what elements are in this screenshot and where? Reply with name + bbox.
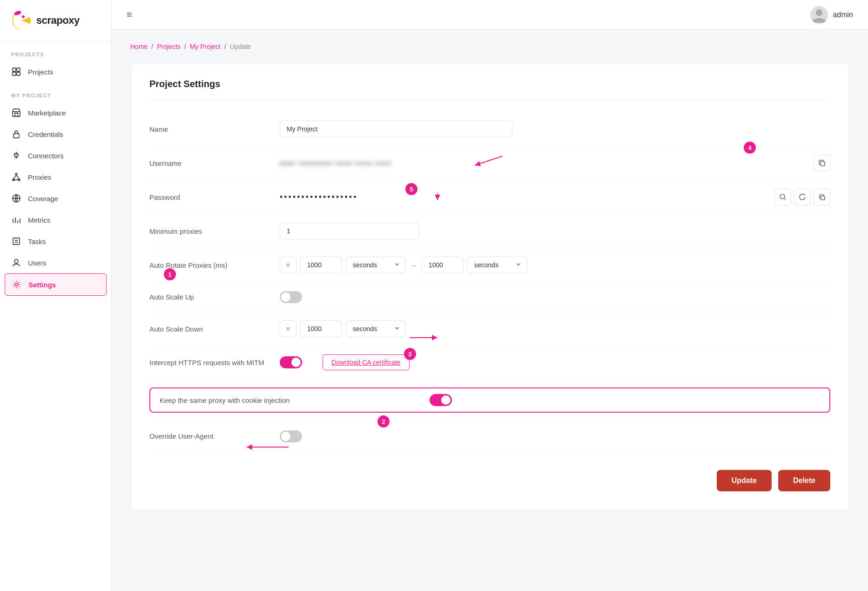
intercept-https-toggle[interactable] bbox=[280, 356, 302, 368]
sidebar-coverage-label: Coverage bbox=[28, 195, 58, 203]
store-icon bbox=[11, 108, 21, 118]
scale-down-value-input[interactable] bbox=[300, 320, 342, 337]
breadcrumb-current: Update bbox=[230, 43, 251, 50]
badge-5: 5 bbox=[405, 183, 417, 195]
menu-icon[interactable]: ≡ bbox=[127, 9, 132, 20]
override-user-agent-row: Override User-Agent bbox=[149, 421, 830, 451]
scale-down-clear-button[interactable]: ✕ bbox=[280, 320, 296, 337]
svg-rect-4 bbox=[17, 68, 20, 71]
svg-point-20 bbox=[780, 194, 785, 199]
person-icon bbox=[11, 258, 21, 268]
username-row: Username user-xxxxxxxx-xxxx-xxxx-xxxx 4 bbox=[149, 146, 830, 180]
username-label: Username bbox=[149, 159, 280, 167]
min-proxies-value bbox=[280, 223, 830, 239]
auto-rotate-controls: ✕ seconds milliseconds minutes – seconds… bbox=[280, 257, 830, 273]
copy-username-button[interactable] bbox=[814, 155, 830, 171]
badge-1: 1 bbox=[164, 268, 176, 280]
min-proxies-input[interactable] bbox=[280, 223, 419, 239]
plug-icon bbox=[11, 150, 21, 161]
sidebar-item-connectors[interactable]: Connectors bbox=[0, 145, 111, 166]
rotate-unit1-select[interactable]: seconds milliseconds minutes bbox=[346, 257, 406, 273]
search-password-button[interactable] bbox=[774, 189, 791, 205]
breadcrumb: Home / Projects / My Project / Update bbox=[130, 43, 849, 50]
topbar: ≡ admin bbox=[112, 0, 868, 30]
sidebar-projects-label: Projects bbox=[28, 68, 53, 76]
sidebar-item-metrics[interactable]: Metrics bbox=[0, 209, 111, 231]
password-value: •••••••••••••••••• bbox=[280, 189, 830, 205]
svg-rect-9 bbox=[14, 154, 18, 156]
auto-scale-down-row: Auto Scale Down ✕ seconds milliseconds m… bbox=[149, 312, 830, 346]
refresh-password-button[interactable] bbox=[794, 189, 811, 205]
sidebar-item-marketplace[interactable]: Marketplace bbox=[0, 102, 111, 123]
projects-section-label: PROJECTS bbox=[0, 41, 111, 61]
auto-scale-down-controls: ✕ seconds milliseconds minutes bbox=[280, 320, 830, 337]
sidebar-settings-label: Settings bbox=[28, 281, 56, 289]
chart-icon bbox=[11, 215, 21, 225]
min-proxies-row: Minimum proxies bbox=[149, 214, 830, 248]
breadcrumb-projects[interactable]: Projects bbox=[157, 43, 181, 50]
list-icon bbox=[11, 236, 21, 246]
settings-card: Project Settings Name Username user-xxxx… bbox=[130, 63, 849, 510]
override-user-agent-toggle[interactable] bbox=[280, 430, 302, 442]
sidebar-item-proxies[interactable]: Proxies bbox=[0, 166, 111, 188]
name-row: Name bbox=[149, 112, 830, 146]
copy-password-button[interactable] bbox=[814, 189, 830, 205]
username-value: user-xxxxxxxx-xxxx-xxxx-xxxx bbox=[280, 155, 830, 171]
svg-point-18 bbox=[816, 9, 822, 16]
sidebar-item-projects[interactable]: Projects bbox=[0, 61, 111, 82]
sidebar-tasks-label: Tasks bbox=[28, 238, 46, 245]
breadcrumb-home[interactable]: Home bbox=[130, 43, 148, 50]
svg-rect-8 bbox=[13, 134, 19, 138]
update-button[interactable]: Update bbox=[717, 470, 772, 491]
svg-rect-14 bbox=[13, 238, 20, 245]
password-label: Password bbox=[149, 193, 280, 201]
override-user-agent-value bbox=[280, 430, 830, 442]
delete-button[interactable]: Delete bbox=[778, 470, 830, 491]
name-value bbox=[280, 121, 830, 137]
name-label: Name bbox=[149, 125, 280, 133]
rotate-max-input[interactable] bbox=[422, 257, 464, 273]
svg-rect-21 bbox=[821, 196, 825, 200]
name-input[interactable] bbox=[280, 121, 512, 137]
svg-point-15 bbox=[14, 259, 18, 263]
sidebar-item-users[interactable]: Users bbox=[0, 252, 111, 273]
my-project-section-label: MY PROJECT bbox=[0, 82, 111, 102]
user-menu[interactable]: admin bbox=[810, 6, 853, 24]
auto-scale-up-value bbox=[280, 291, 830, 303]
badge-2: 2 bbox=[377, 415, 390, 428]
rotate-unit2-select[interactable]: seconds milliseconds minutes bbox=[467, 257, 527, 273]
intercept-https-row: Intercept HTTPS requests with MITM Downl… bbox=[149, 346, 830, 379]
sidebar-connectors-label: Connectors bbox=[28, 152, 64, 160]
sidebar-item-coverage[interactable]: Coverage bbox=[0, 188, 111, 209]
breadcrumb-my-project[interactable]: My Project bbox=[190, 43, 221, 50]
username-display: admin bbox=[833, 11, 853, 19]
auto-scale-down-label: Auto Scale Down bbox=[149, 325, 280, 333]
app-name: scrapoxy bbox=[36, 14, 80, 27]
ca-cert-link[interactable]: Download CA certificate bbox=[323, 354, 410, 370]
sidebar-metrics-label: Metrics bbox=[28, 216, 50, 224]
avatar bbox=[810, 6, 828, 24]
svg-rect-19 bbox=[821, 162, 825, 166]
rotate-clear-min-button[interactable]: ✕ bbox=[280, 257, 296, 273]
badge-4: 4 bbox=[744, 142, 756, 154]
sidebar-proxies-label: Proxies bbox=[28, 173, 51, 181]
scale-down-unit-select[interactable]: seconds milliseconds minutes bbox=[346, 320, 406, 337]
svg-rect-3 bbox=[13, 68, 16, 71]
sidebar-item-settings[interactable]: Settings bbox=[5, 273, 107, 296]
svg-point-16 bbox=[15, 283, 18, 286]
network-icon bbox=[11, 172, 21, 182]
sidebar-item-tasks[interactable]: Tasks bbox=[0, 231, 111, 252]
badge-3: 3 bbox=[404, 348, 416, 360]
lock-icon bbox=[11, 129, 21, 139]
main-content: Home / Projects / My Project / Update Pr… bbox=[112, 30, 868, 591]
svg-rect-5 bbox=[13, 72, 16, 75]
auto-scale-up-toggle[interactable] bbox=[280, 291, 302, 303]
svg-rect-7 bbox=[13, 112, 20, 116]
gear-icon bbox=[12, 279, 22, 290]
sidebar-item-credentials[interactable]: Credentials bbox=[0, 123, 111, 145]
rotate-min-input[interactable] bbox=[300, 257, 342, 273]
intercept-https-label: Intercept HTTPS requests with MITM bbox=[149, 359, 280, 367]
cookie-injection-toggle[interactable] bbox=[430, 394, 452, 406]
cookie-injection-label: Keep the same proxy with cookie injectio… bbox=[160, 396, 430, 404]
svg-point-1 bbox=[22, 15, 25, 18]
